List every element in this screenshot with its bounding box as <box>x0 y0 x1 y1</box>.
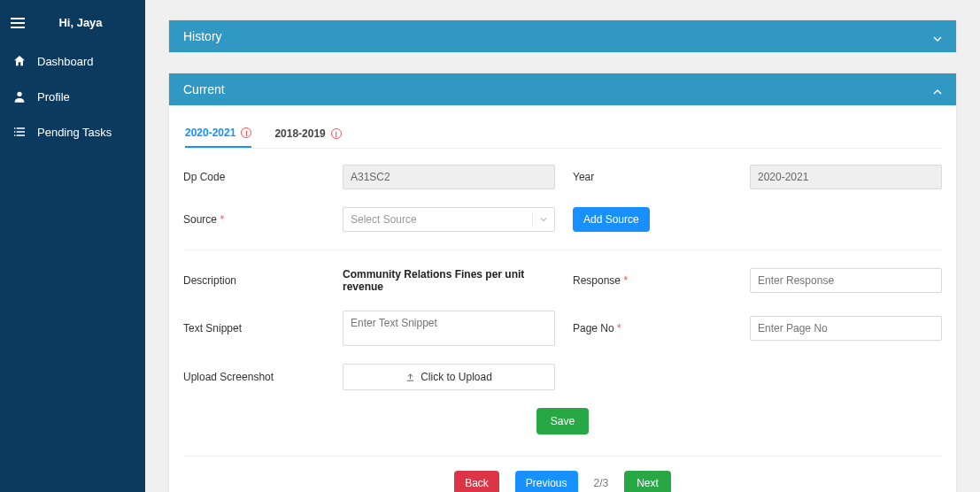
save-row: Save <box>183 408 942 434</box>
add-source-button[interactable]: Add Source <box>573 207 650 232</box>
sidebar-item-label: Pending Tasks <box>37 126 112 139</box>
next-button[interactable]: Next <box>624 471 671 492</box>
description-label: Description <box>183 274 343 287</box>
sidebar-item-pending-tasks[interactable]: Pending Tasks <box>0 114 145 150</box>
back-button[interactable]: Back <box>454 471 499 492</box>
sidebar-item-label: Profile <box>37 90 70 104</box>
dpcode-label: Dp Code <box>183 171 343 183</box>
pageno-input[interactable] <box>750 316 942 341</box>
panel-history-header[interactable]: History <box>169 20 956 52</box>
chevron-down-icon <box>933 32 942 41</box>
warning-icon: ! <box>241 127 251 138</box>
upload-icon <box>405 373 415 382</box>
year-input <box>750 165 942 189</box>
divider <box>183 456 942 457</box>
upload-label: Upload Screenshot <box>183 371 343 383</box>
form-grid: Dp Code Year Source * Select Source <box>183 165 942 390</box>
panel-current: Current 2020-2021 ! 2018-2019 ! Dp Code <box>168 73 957 492</box>
chevron-down-icon <box>532 213 547 226</box>
textsnippet-label: Text Snippet <box>183 322 343 334</box>
tab-2020-2021[interactable]: 2020-2021 ! <box>185 127 251 148</box>
greeting-text: Hi, Jaya <box>35 16 135 29</box>
source-placeholder: Select Source <box>351 213 417 226</box>
sidebar-item-label: Dashboard <box>37 55 94 68</box>
panel-current-title: Current <box>183 82 225 96</box>
previous-button[interactable]: Previous <box>515 471 578 492</box>
tab-2018-2019[interactable]: 2018-2019 ! <box>274 127 341 148</box>
tab-label: 2020-2021 <box>185 127 235 139</box>
panel-current-header[interactable]: Current <box>169 73 956 105</box>
sidebar: Hi, Jaya Dashboard Profile Pending Tasks <box>0 0 145 492</box>
textsnippet-input[interactable] <box>343 311 555 346</box>
upload-button-label: Click to Upload <box>421 371 492 383</box>
save-button[interactable]: Save <box>536 408 589 434</box>
upload-button[interactable]: Click to Upload <box>343 364 555 390</box>
sidebar-item-profile[interactable]: Profile <box>0 79 145 114</box>
description-value: Community Relations Fines per unit reven… <box>343 268 555 293</box>
tab-label: 2018-2019 <box>274 127 325 140</box>
hamburger-icon[interactable] <box>11 18 25 28</box>
year-label: Year <box>573 171 732 183</box>
pager: Back Previous 2/3 Next <box>183 471 942 492</box>
svg-point-0 <box>17 92 21 96</box>
checklist-icon <box>12 125 27 139</box>
warning-icon: ! <box>331 128 342 139</box>
panel-history-title: History <box>183 29 222 43</box>
panel-history: History <box>168 19 957 53</box>
home-icon <box>12 54 27 68</box>
user-icon <box>12 89 27 104</box>
response-input[interactable] <box>750 268 942 293</box>
sidebar-item-dashboard[interactable]: Dashboard <box>0 43 145 79</box>
source-select[interactable]: Select Source <box>343 207 555 232</box>
divider <box>183 250 942 250</box>
sidebar-header: Hi, Jaya <box>0 7 145 43</box>
pageno-label: Page No * <box>573 322 732 334</box>
main-content: History Current 2020-2021 ! 2018-2019 ! <box>145 0 980 492</box>
source-label: Source * <box>183 213 343 226</box>
year-tabs: 2020-2021 ! 2018-2019 ! <box>183 119 942 149</box>
chevron-up-icon <box>933 85 942 94</box>
response-label: Response * <box>573 274 732 287</box>
dpcode-input <box>343 165 555 189</box>
panel-current-body: 2020-2021 ! 2018-2019 ! Dp Code Year <box>169 105 956 492</box>
page-indicator: 2/3 <box>594 477 609 489</box>
